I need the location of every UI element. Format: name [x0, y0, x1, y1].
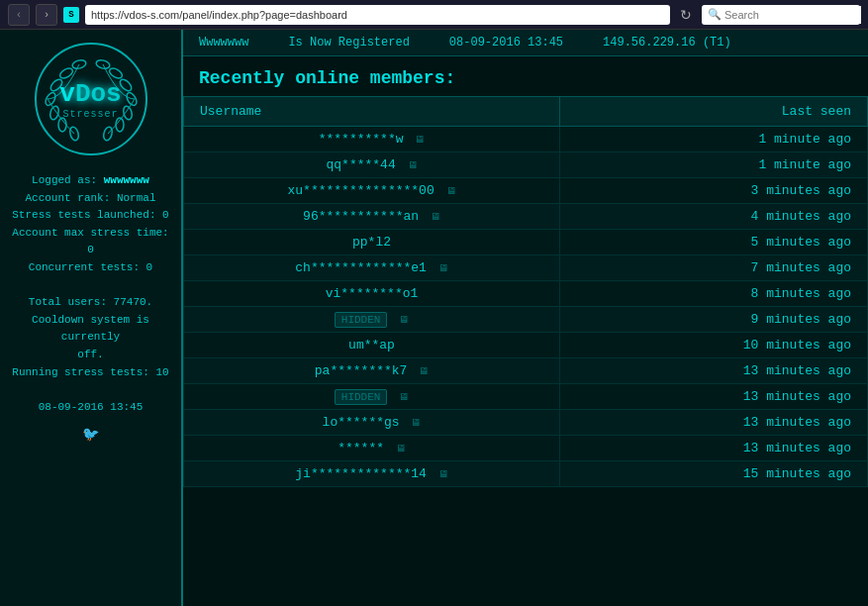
- account-rank-value: Normal: [117, 192, 156, 204]
- logo-v: v: [59, 79, 75, 109]
- concurrent-label: Concurrent tests:: [29, 261, 140, 273]
- lastseen-cell: 4 minutes ago: [560, 204, 868, 230]
- logged-as-value: wwwwwww: [104, 174, 149, 186]
- search-box: 🔍: [702, 5, 860, 25]
- table-row: 96***********an 🖥4 minutes ago: [184, 204, 868, 230]
- username-cell: ji*************14 🖥: [184, 461, 560, 487]
- content-area: Wwwwwww Is Now Registered 08-09-2016 13:…: [183, 30, 868, 606]
- table-row: vi********o18 minutes ago: [184, 281, 868, 307]
- username-cell: qq*****44 🖥: [184, 152, 560, 178]
- table-row: ji*************14 🖥15 minutes ago: [184, 461, 868, 487]
- logo-dos: Dos: [75, 79, 122, 109]
- logo-text: vDos Stresser: [59, 79, 121, 120]
- table-row: lo******gs 🖥13 minutes ago: [184, 410, 868, 436]
- col-username: Username: [184, 97, 560, 127]
- lastseen-cell: 5 minutes ago: [560, 230, 868, 255]
- address-bar[interactable]: [85, 5, 670, 25]
- running-value: 10: [156, 366, 169, 378]
- lastseen-cell: 1 minute ago: [560, 152, 868, 178]
- stress-launched-label: Stress tests launched:: [12, 209, 155, 221]
- table-row: ch*************e1 🖥7 minutes ago: [184, 255, 868, 281]
- lastseen-cell: 8 minutes ago: [560, 281, 868, 307]
- monitor-icon: 🖥: [446, 186, 456, 197]
- sidebar: vDos Stresser Logged as: wwwwwww Account…: [0, 30, 183, 606]
- username-value: ******: [338, 441, 384, 455]
- lastseen-cell: 7 minutes ago: [560, 255, 868, 281]
- lastseen-cell: 1 minute ago: [560, 127, 868, 152]
- main-layout: vDos Stresser Logged as: wwwwwww Account…: [0, 30, 868, 606]
- table-row: HIDDEN 🖥9 minutes ago: [184, 307, 868, 333]
- search-input[interactable]: [724, 6, 861, 24]
- monitor-icon: 🖥: [419, 366, 429, 377]
- lastseen-cell: 10 minutes ago: [560, 333, 868, 358]
- username-value: vi********o1: [326, 286, 419, 301]
- table-row: um**ap10 minutes ago: [184, 333, 868, 358]
- username-value: qq*****44: [327, 157, 396, 172]
- table-row: pp*l25 minutes ago: [184, 230, 868, 255]
- notif-username: Wwwwwww: [199, 36, 248, 50]
- section-title: Recently online members:: [183, 56, 868, 96]
- sidebar-datetime: 08-09-2016 13:45: [8, 399, 173, 417]
- cooldown-value: off.: [77, 349, 103, 360]
- reload-button[interactable]: ↻: [676, 5, 696, 25]
- monitor-icon: 🖥: [431, 212, 440, 223]
- max-stress-value: 0: [87, 244, 94, 255]
- username-value: um**ap: [348, 338, 395, 353]
- username-cell: pa********k7 🖥: [184, 358, 560, 384]
- username-cell: lo******gs 🖥: [184, 410, 560, 436]
- logged-as-label: Logged as:: [32, 174, 97, 186]
- hidden-badge: HIDDEN: [335, 389, 388, 405]
- account-rank-label: Account rank:: [25, 192, 110, 204]
- monitor-icon: 🖥: [399, 392, 409, 403]
- username-value: ji*************14: [295, 466, 427, 481]
- cooldown-label: Cooldown system is currently: [32, 314, 149, 344]
- monitor-icon: 🖥: [411, 418, 421, 429]
- max-stress-label: Account max stress time:: [12, 227, 168, 239]
- username-value: 96***********an: [303, 209, 419, 224]
- notif-ip: 149.56.229.16 (T1): [603, 36, 731, 50]
- username-value: pp*l2: [352, 235, 391, 250]
- username-cell: HIDDEN 🖥: [184, 307, 560, 333]
- username-value: xu***************00: [288, 183, 434, 198]
- username-cell: ch*************e1 🖥: [184, 255, 560, 281]
- notif-datetime: 08-09-2016 13:45: [449, 36, 563, 50]
- browser-chrome: ‹ › S ↻ 🔍: [0, 0, 868, 30]
- lastseen-cell: 13 minutes ago: [560, 410, 868, 436]
- logo: vDos Stresser: [32, 40, 150, 158]
- back-button[interactable]: ‹: [8, 4, 30, 26]
- running-label: Running stress tests:: [12, 366, 149, 378]
- col-lastseen: Last seen: [560, 97, 868, 127]
- monitor-icon: 🖥: [438, 263, 448, 274]
- username-cell: um**ap: [184, 333, 560, 358]
- username-cell: xu***************00 🖥: [184, 178, 560, 204]
- monitor-icon: 🖥: [415, 135, 425, 146]
- lastseen-cell: 13 minutes ago: [560, 436, 868, 461]
- twitter-icon[interactable]: 🐦: [8, 424, 173, 446]
- username-cell: vi********o1: [184, 281, 560, 307]
- hidden-badge: HIDDEN: [335, 312, 388, 328]
- total-users-value: 77470.: [114, 296, 153, 308]
- username-cell: pp*l2: [184, 230, 560, 255]
- monitor-icon: 🖥: [408, 160, 418, 171]
- username-cell: HIDDEN 🖥: [184, 384, 560, 410]
- username-cell: 96***********an 🖥: [184, 204, 560, 230]
- table-row: pa********k7 🖥13 minutes ago: [184, 358, 868, 384]
- table-row: HIDDEN 🖥13 minutes ago: [184, 384, 868, 410]
- username-cell: ****** 🖥: [184, 436, 560, 461]
- lastseen-cell: 3 minutes ago: [560, 178, 868, 204]
- username-value: lo******gs: [323, 415, 400, 430]
- sidebar-info: Logged as: wwwwwww Account rank: Normal …: [0, 168, 181, 451]
- notification-bar: Wwwwwww Is Now Registered 08-09-2016 13:…: [183, 30, 868, 56]
- stress-launched-value: 0: [162, 209, 169, 221]
- forward-button[interactable]: ›: [36, 4, 57, 26]
- members-table: Username Last seen **********w 🖥1 minute…: [183, 96, 868, 487]
- monitor-icon: 🖥: [399, 315, 409, 326]
- lastseen-cell: 13 minutes ago: [560, 384, 868, 410]
- svg-point-4: [48, 105, 59, 121]
- monitor-icon: 🖥: [438, 469, 448, 480]
- lastseen-cell: 9 minutes ago: [560, 307, 868, 333]
- username-value: pa********k7: [315, 363, 408, 378]
- table-row: ****** 🖥13 minutes ago: [184, 436, 868, 461]
- table-row: xu***************00 🖥3 minutes ago: [184, 178, 868, 204]
- table-row: **********w 🖥1 minute ago: [184, 127, 868, 152]
